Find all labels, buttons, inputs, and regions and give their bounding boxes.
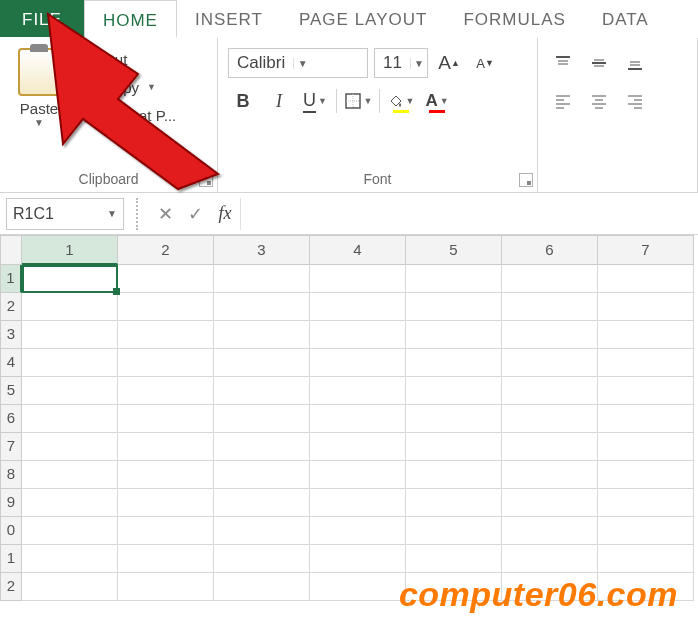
cell[interactable] — [310, 461, 406, 489]
cell[interactable] — [502, 433, 598, 461]
font-color-button[interactable]: A ▼ — [422, 86, 452, 116]
cell[interactable] — [598, 517, 694, 545]
tab-file[interactable]: FILE — [0, 0, 84, 37]
cell[interactable] — [118, 377, 214, 405]
cell[interactable] — [118, 293, 214, 321]
row-header[interactable]: 6 — [0, 405, 22, 433]
cell[interactable] — [310, 293, 406, 321]
cell[interactable] — [598, 321, 694, 349]
cell[interactable] — [310, 517, 406, 545]
cell[interactable] — [598, 405, 694, 433]
align-bottom-button[interactable] — [620, 48, 650, 78]
cell[interactable] — [214, 433, 310, 461]
row-header[interactable]: 1 — [0, 545, 22, 573]
cell[interactable] — [598, 433, 694, 461]
tab-data[interactable]: DATA — [584, 0, 667, 37]
tab-insert[interactable]: INSERT — [177, 0, 281, 37]
cell[interactable] — [214, 461, 310, 489]
cell[interactable] — [406, 321, 502, 349]
cell[interactable] — [118, 461, 214, 489]
cell[interactable] — [502, 461, 598, 489]
cell[interactable] — [22, 293, 118, 321]
cell[interactable] — [214, 321, 310, 349]
column-header[interactable]: 5 — [406, 235, 502, 265]
cell[interactable] — [22, 489, 118, 517]
cell[interactable] — [502, 265, 598, 293]
cell[interactable] — [22, 433, 118, 461]
font-color-dropdown-icon[interactable]: ▼ — [440, 96, 449, 106]
cell[interactable] — [214, 573, 310, 601]
cell[interactable] — [22, 265, 118, 293]
cell[interactable] — [214, 349, 310, 377]
formula-input[interactable] — [240, 198, 698, 230]
fx-enter-button[interactable]: ✓ — [180, 199, 210, 229]
tab-page-layout[interactable]: PAGE LAYOUT — [281, 0, 445, 37]
cell[interactable] — [598, 349, 694, 377]
cell[interactable] — [406, 293, 502, 321]
cell[interactable] — [118, 489, 214, 517]
copy-dropdown-icon[interactable]: ▼ — [147, 82, 156, 92]
cell[interactable] — [22, 321, 118, 349]
column-header[interactable]: 1 — [22, 235, 118, 265]
cell[interactable] — [310, 405, 406, 433]
cell[interactable] — [118, 573, 214, 601]
align-center-button[interactable] — [584, 86, 614, 116]
cell[interactable] — [310, 489, 406, 517]
cell[interactable] — [598, 489, 694, 517]
column-header[interactable]: 2 — [118, 235, 214, 265]
underline-dropdown-icon[interactable]: ▼ — [318, 96, 327, 106]
cell[interactable] — [310, 545, 406, 573]
cell[interactable] — [310, 321, 406, 349]
cell[interactable] — [310, 573, 406, 601]
row-header[interactable]: 5 — [0, 377, 22, 405]
cell[interactable] — [22, 545, 118, 573]
cell[interactable] — [406, 265, 502, 293]
cell[interactable] — [214, 405, 310, 433]
select-all-corner[interactable] — [0, 235, 22, 265]
cell[interactable] — [598, 461, 694, 489]
cut-button[interactable]: Cut — [76, 48, 176, 70]
cell[interactable] — [310, 265, 406, 293]
cell[interactable] — [598, 545, 694, 573]
cell[interactable] — [310, 433, 406, 461]
cell[interactable] — [502, 517, 598, 545]
tab-home[interactable]: HOME — [84, 0, 177, 38]
row-header[interactable]: 8 — [0, 461, 22, 489]
cell[interactable] — [22, 517, 118, 545]
cell[interactable] — [22, 377, 118, 405]
row-header[interactable]: 3 — [0, 321, 22, 349]
cell[interactable] — [214, 377, 310, 405]
row-header[interactable]: 2 — [0, 293, 22, 321]
cell[interactable] — [406, 349, 502, 377]
cell[interactable] — [502, 377, 598, 405]
tab-formulas[interactable]: FORMULAS — [445, 0, 583, 37]
align-left-button[interactable] — [548, 86, 578, 116]
align-middle-button[interactable] — [584, 48, 614, 78]
underline-button[interactable]: U▼ — [300, 86, 330, 116]
grow-font-button[interactable]: A▲ — [434, 48, 464, 78]
column-header[interactable]: 6 — [502, 235, 598, 265]
cell[interactable] — [118, 321, 214, 349]
paste-dropdown-icon[interactable]: ▼ — [34, 117, 44, 128]
cell[interactable] — [406, 517, 502, 545]
column-header[interactable]: 4 — [310, 235, 406, 265]
bold-button[interactable]: B — [228, 86, 258, 116]
cell[interactable] — [118, 405, 214, 433]
cell[interactable] — [598, 377, 694, 405]
cell[interactable] — [214, 517, 310, 545]
shrink-font-button[interactable]: A▼ — [470, 48, 500, 78]
cell[interactable] — [598, 293, 694, 321]
cell[interactable] — [118, 349, 214, 377]
font-size-dropdown-icon[interactable]: ▼ — [410, 58, 427, 69]
paste-button[interactable]: Paste ▼ — [10, 44, 68, 168]
column-header[interactable]: 3 — [214, 235, 310, 265]
font-name-combo[interactable]: Calibri ▼ — [228, 48, 368, 78]
cell[interactable] — [310, 349, 406, 377]
copy-button[interactable]: Copy ▼ — [76, 76, 176, 98]
cell[interactable] — [502, 293, 598, 321]
cell[interactable] — [118, 545, 214, 573]
cell[interactable] — [118, 265, 214, 293]
cell[interactable] — [406, 405, 502, 433]
borders-dropdown-icon[interactable]: ▼ — [364, 96, 373, 106]
cell[interactable] — [406, 377, 502, 405]
